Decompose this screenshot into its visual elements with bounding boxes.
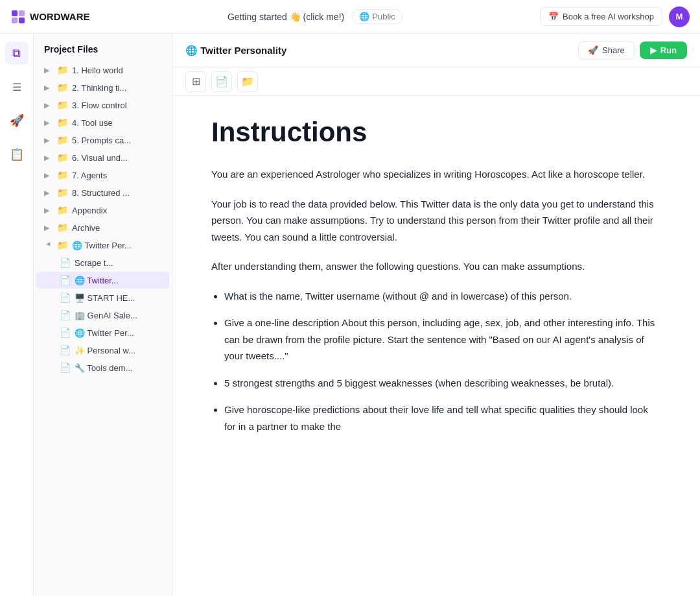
list-item-3: 5 strongest strengths and 5 biggest weak… <box>224 375 661 392</box>
chevron-right-icon: ▶ <box>44 224 53 232</box>
sidebar-item-appendix[interactable]: ▶ 📁 Appendix <box>36 202 169 219</box>
svg-rect-0 <box>12 10 18 16</box>
top-nav: WORDWARE Getting started 👋 (click me!) 🌐… <box>0 0 700 34</box>
sidebar-item-flow-control[interactable]: ▶ 📁 3. Flow control <box>36 97 169 113</box>
wordware-logo[interactable]: WORDWARE <box>10 9 90 25</box>
add-folder-toolbar-btn[interactable]: 📁 <box>237 71 258 92</box>
rocket-icon-btn[interactable]: 🚀 <box>5 109 29 132</box>
nav-left: WORDWARE <box>10 9 90 25</box>
sidebar-item-visual[interactable]: ▶ 📁 6. Visual und... <box>36 149 169 166</box>
calendar-icon: 📅 <box>548 12 559 21</box>
content-title-text: 🌐 Twitter Personality <box>185 45 286 56</box>
sidebar-subitem-start-he[interactable]: 📄 🖥️ START HE... <box>36 289 169 306</box>
folder-icon: 📁 <box>57 65 68 75</box>
list-item-1: What is the name, Twitter username (with… <box>224 288 661 305</box>
sidebar-subitem-label: 🌐 Twitter Per... <box>75 328 134 338</box>
user-avatar[interactable]: M <box>669 6 690 27</box>
share-label: Share <box>602 45 625 55</box>
sidebar-item-label: 🌐 Twitter Per... <box>72 241 132 250</box>
chevron-right-icon: ▶ <box>44 189 53 197</box>
content-toolbar: ⊞ 📄 📁 <box>172 67 700 96</box>
share-button[interactable]: 🚀 Share <box>578 41 635 60</box>
sidebar-item-agents[interactable]: ▶ 📁 7. Agents <box>36 167 169 184</box>
sidebar-item-thinking[interactable]: ▶ 📁 2. Thinking ti... <box>36 79 169 96</box>
chevron-right-icon: ▶ <box>44 206 53 215</box>
sidebar-subitem-genai[interactable]: 📄 🏢 GenAI Sale... <box>36 307 169 324</box>
play-icon: ▶ <box>650 45 657 55</box>
sidebar-item-prompts[interactable]: ▶ 📁 5. Prompts ca... <box>36 132 169 149</box>
svg-rect-3 <box>19 18 25 23</box>
sidebar-item-label: Appendix <box>72 206 107 215</box>
list-icon-btn[interactable]: ☰ <box>5 75 29 99</box>
doc-icon: 📄 <box>60 328 71 338</box>
grid-toolbar-btn[interactable]: ⊞ <box>185 71 206 92</box>
sidebar-item-twitter-per[interactable]: ▼ 📁 🌐 Twitter Per... <box>36 237 169 254</box>
sidebar-subitem-scrape[interactable]: 📄 Scrape t... <box>36 254 169 271</box>
document-icon: 📋 <box>10 147 24 161</box>
run-label: Run <box>660 45 677 55</box>
list-item-2: Give a one-line description About this p… <box>224 315 661 364</box>
sidebar-item-label: Archive <box>72 223 100 233</box>
sidebar-item-label: 5. Prompts ca... <box>72 136 131 145</box>
folder-icon: 📁 <box>57 117 68 128</box>
content-area: 🌐 Twitter Personality 🚀 Share ▶ Run ⊞ 📄 <box>172 34 700 596</box>
add-folder-icon: 📁 <box>241 75 254 88</box>
share-icon: 🚀 <box>588 45 598 55</box>
list-icon: ☰ <box>12 81 21 93</box>
wordware-logo-icon <box>10 9 26 25</box>
sidebar-item-label: 6. Visual und... <box>72 153 128 163</box>
sidebar-subitem-twitter-per2[interactable]: 📄 🌐 Twitter Per... <box>36 324 169 341</box>
sidebar-item-tool-use[interactable]: ▶ 📁 4. Tool use <box>36 114 169 131</box>
workshop-label: Book a free AI workshop <box>563 12 654 21</box>
sidebar-subitem-twitter-doc[interactable]: 📄 🌐 Twitter... <box>36 272 169 289</box>
chevron-right-icon: ▶ <box>44 66 53 75</box>
doc-icon: 📄 <box>60 292 71 303</box>
sidebar-item-label: 1. Hello world <box>72 66 123 75</box>
content-paragraph-2: Your job is to read the data provided be… <box>211 196 661 246</box>
list-item-4: Give horoscope-like predictions about th… <box>224 401 661 435</box>
header-actions: 🚀 Share ▶ Run <box>578 41 687 60</box>
workshop-button[interactable]: 📅 Book a free AI workshop <box>540 7 662 26</box>
chevron-right-icon: ▶ <box>44 154 53 162</box>
svg-rect-1 <box>19 10 25 16</box>
nav-right: 📅 Book a free AI workshop M <box>540 6 690 27</box>
instructions-heading: Instructions <box>211 117 661 148</box>
sidebar-item-label: 3. Flow control <box>72 101 127 110</box>
content-scroll[interactable]: Instructions You are an experienced Astr… <box>172 96 700 596</box>
icon-bar: ⧉ ☰ 🚀 📋 <box>0 34 34 596</box>
sidebar-subitem-label: 🖥️ START HE... <box>75 293 135 303</box>
add-doc-icon: 📄 <box>215 75 228 88</box>
chevron-right-icon: ▶ <box>44 136 53 145</box>
public-badge: 🌐 Public <box>352 9 402 24</box>
folder-icon: 📁 <box>57 205 68 215</box>
chevron-down-icon: ▼ <box>45 241 52 250</box>
folder-icon: 📁 <box>57 240 68 250</box>
folder-icon: 📁 <box>57 82 68 93</box>
doc-icon: 📄 <box>60 363 71 373</box>
chevron-right-icon: ▶ <box>44 171 53 180</box>
doc-icon: 📄 <box>60 275 71 285</box>
sidebar: Project Files ▶ 📁 1. Hello world ▶ 📁 2. … <box>34 34 172 596</box>
run-button[interactable]: ▶ Run <box>640 42 687 59</box>
sidebar-item-archive[interactable]: ▶ 📁 Archive <box>36 219 169 236</box>
sidebar-item-label: 4. Tool use <box>72 118 113 128</box>
sidebar-item-label: 8. Structured ... <box>72 188 130 198</box>
sidebar-subitem-personal[interactable]: 📄 ✨ Personal w... <box>36 342 169 359</box>
add-doc-toolbar-btn[interactable]: 📄 <box>211 71 232 92</box>
sidebar-item-structured[interactable]: ▶ 📁 8. Structured ... <box>36 184 169 201</box>
folder-icon: 📁 <box>57 135 68 145</box>
chevron-right-icon: ▶ <box>44 101 53 110</box>
pages-icon-btn[interactable]: ⧉ <box>5 42 29 65</box>
wordware-text: WORDWARE <box>30 11 90 22</box>
document-icon-btn[interactable]: 📋 <box>5 143 29 166</box>
sidebar-subitem-tools-dem[interactable]: 📄 🔧 Tools dem... <box>36 359 169 376</box>
content-title: 🌐 Twitter Personality <box>185 45 286 56</box>
svg-rect-2 <box>12 18 18 23</box>
getting-started-link[interactable]: Getting started 👋 (click me!) <box>228 12 344 22</box>
chevron-right-icon: ▶ <box>44 84 53 92</box>
sidebar-title: Project Files <box>34 42 172 61</box>
content-header: 🌐 Twitter Personality 🚀 Share ▶ Run <box>172 34 700 67</box>
globe-icon: 🌐 <box>359 12 369 21</box>
sidebar-item-hello-world[interactable]: ▶ 📁 1. Hello world <box>36 62 169 78</box>
sidebar-subitem-label: Scrape t... <box>75 258 113 268</box>
